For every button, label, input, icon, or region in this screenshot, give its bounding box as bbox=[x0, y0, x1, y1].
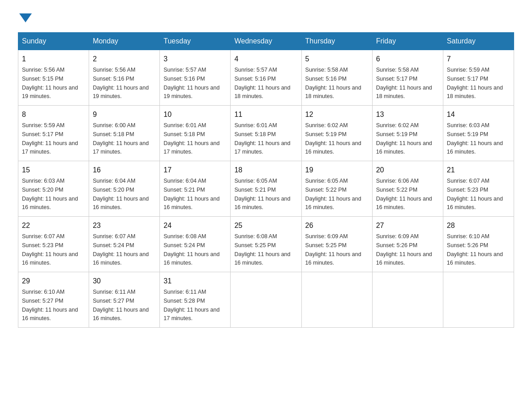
day-number: 17 bbox=[163, 165, 227, 176]
calendar-week-row: 15Sunrise: 6:03 AMSunset: 5:20 PMDayligh… bbox=[18, 161, 514, 217]
day-number: 8 bbox=[22, 109, 85, 120]
calendar-day-cell: 24Sunrise: 6:08 AMSunset: 5:24 PMDayligh… bbox=[160, 217, 231, 272]
day-info: Sunrise: 6:11 AMSunset: 5:27 PMDaylight:… bbox=[93, 289, 149, 321]
day-number: 31 bbox=[163, 276, 227, 287]
day-number: 2 bbox=[93, 54, 156, 64]
day-number: 9 bbox=[93, 109, 156, 120]
day-number: 24 bbox=[163, 220, 227, 231]
calendar-table: SundayMondayTuesdayWednesdayThursdayFrid… bbox=[18, 32, 514, 328]
day-info: Sunrise: 6:09 AMSunset: 5:25 PMDaylight:… bbox=[305, 233, 361, 266]
day-number: 23 bbox=[93, 220, 156, 231]
calendar-week-row: 29Sunrise: 6:10 AMSunset: 5:27 PMDayligh… bbox=[18, 272, 514, 328]
day-info: Sunrise: 6:04 AMSunset: 5:20 PMDaylight:… bbox=[93, 178, 149, 210]
day-number: 29 bbox=[22, 276, 85, 287]
day-number: 30 bbox=[93, 276, 156, 287]
calendar-week-row: 22Sunrise: 6:07 AMSunset: 5:23 PMDayligh… bbox=[18, 217, 514, 272]
calendar-day-cell: 25Sunrise: 6:08 AMSunset: 5:25 PMDayligh… bbox=[231, 217, 301, 272]
day-info: Sunrise: 5:58 AMSunset: 5:17 PMDaylight:… bbox=[376, 67, 432, 99]
col-header-tuesday: Tuesday bbox=[160, 33, 231, 50]
calendar-day-cell: 28Sunrise: 6:10 AMSunset: 5:26 PMDayligh… bbox=[443, 217, 514, 272]
day-number: 15 bbox=[22, 165, 85, 176]
day-number: 3 bbox=[163, 54, 227, 64]
logo-triangle-icon bbox=[19, 13, 32, 22]
calendar-day-cell bbox=[443, 272, 514, 328]
logo bbox=[18, 13, 32, 23]
calendar-day-cell: 4Sunrise: 5:57 AMSunset: 5:16 PMDaylight… bbox=[231, 50, 301, 106]
day-info: Sunrise: 6:07 AMSunset: 5:23 PMDaylight:… bbox=[447, 178, 503, 210]
calendar-day-cell: 15Sunrise: 6:03 AMSunset: 5:20 PMDayligh… bbox=[18, 161, 89, 217]
day-number: 7 bbox=[447, 54, 510, 64]
day-number: 22 bbox=[22, 220, 85, 231]
calendar-day-cell bbox=[372, 272, 443, 328]
day-info: Sunrise: 6:10 AMSunset: 5:26 PMDaylight:… bbox=[447, 233, 503, 266]
calendar-day-cell: 18Sunrise: 6:05 AMSunset: 5:21 PMDayligh… bbox=[231, 161, 301, 217]
calendar-week-row: 1Sunrise: 5:56 AMSunset: 5:15 PMDaylight… bbox=[18, 50, 514, 106]
calendar-day-cell: 19Sunrise: 6:05 AMSunset: 5:22 PMDayligh… bbox=[301, 161, 372, 217]
calendar-day-cell: 30Sunrise: 6:11 AMSunset: 5:27 PMDayligh… bbox=[89, 272, 160, 328]
col-header-friday: Friday bbox=[372, 33, 443, 50]
calendar-day-cell bbox=[301, 272, 372, 328]
day-info: Sunrise: 6:03 AMSunset: 5:19 PMDaylight:… bbox=[447, 122, 503, 155]
day-info: Sunrise: 6:00 AMSunset: 5:18 PMDaylight:… bbox=[93, 122, 149, 155]
day-number: 16 bbox=[93, 165, 156, 176]
calendar-day-cell: 5Sunrise: 5:58 AMSunset: 5:16 PMDaylight… bbox=[301, 50, 372, 106]
calendar-header-row: SundayMondayTuesdayWednesdayThursdayFrid… bbox=[18, 33, 514, 50]
calendar-day-cell: 17Sunrise: 6:04 AMSunset: 5:21 PMDayligh… bbox=[160, 161, 231, 217]
day-number: 13 bbox=[376, 109, 439, 120]
day-info: Sunrise: 6:07 AMSunset: 5:23 PMDaylight:… bbox=[22, 233, 78, 266]
day-number: 10 bbox=[163, 109, 227, 120]
day-info: Sunrise: 6:02 AMSunset: 5:19 PMDaylight:… bbox=[376, 122, 432, 155]
calendar-day-cell: 10Sunrise: 6:01 AMSunset: 5:18 PMDayligh… bbox=[160, 106, 231, 161]
day-info: Sunrise: 6:06 AMSunset: 5:22 PMDaylight:… bbox=[376, 178, 432, 210]
day-info: Sunrise: 5:56 AMSunset: 5:15 PMDaylight:… bbox=[22, 67, 78, 99]
day-number: 20 bbox=[376, 165, 439, 176]
calendar-day-cell: 8Sunrise: 5:59 AMSunset: 5:17 PMDaylight… bbox=[18, 106, 89, 161]
calendar-day-cell: 31Sunrise: 6:11 AMSunset: 5:28 PMDayligh… bbox=[160, 272, 231, 328]
day-info: Sunrise: 5:57 AMSunset: 5:16 PMDaylight:… bbox=[163, 67, 219, 99]
day-info: Sunrise: 6:05 AMSunset: 5:22 PMDaylight:… bbox=[305, 178, 361, 210]
day-number: 19 bbox=[305, 165, 369, 176]
day-info: Sunrise: 6:01 AMSunset: 5:18 PMDaylight:… bbox=[234, 122, 290, 155]
day-info: Sunrise: 6:04 AMSunset: 5:21 PMDaylight:… bbox=[163, 178, 219, 210]
day-number: 26 bbox=[305, 220, 369, 231]
day-number: 14 bbox=[447, 109, 510, 120]
calendar-day-cell: 14Sunrise: 6:03 AMSunset: 5:19 PMDayligh… bbox=[443, 106, 514, 161]
calendar-day-cell: 27Sunrise: 6:09 AMSunset: 5:26 PMDayligh… bbox=[372, 217, 443, 272]
col-header-saturday: Saturday bbox=[443, 33, 514, 50]
calendar-day-cell: 21Sunrise: 6:07 AMSunset: 5:23 PMDayligh… bbox=[443, 161, 514, 217]
calendar-day-cell: 6Sunrise: 5:58 AMSunset: 5:17 PMDaylight… bbox=[372, 50, 443, 106]
day-info: Sunrise: 5:56 AMSunset: 5:16 PMDaylight:… bbox=[93, 67, 149, 99]
calendar-week-row: 8Sunrise: 5:59 AMSunset: 5:17 PMDaylight… bbox=[18, 106, 514, 161]
day-number: 1 bbox=[22, 54, 85, 64]
day-info: Sunrise: 5:59 AMSunset: 5:17 PMDaylight:… bbox=[22, 122, 78, 155]
col-header-sunday: Sunday bbox=[18, 33, 89, 50]
calendar-day-cell: 7Sunrise: 5:59 AMSunset: 5:17 PMDaylight… bbox=[443, 50, 514, 106]
day-info: Sunrise: 5:57 AMSunset: 5:16 PMDaylight:… bbox=[234, 67, 290, 99]
day-info: Sunrise: 6:11 AMSunset: 5:28 PMDaylight:… bbox=[163, 289, 219, 321]
day-info: Sunrise: 5:59 AMSunset: 5:17 PMDaylight:… bbox=[447, 67, 503, 99]
calendar-day-cell: 16Sunrise: 6:04 AMSunset: 5:20 PMDayligh… bbox=[89, 161, 160, 217]
day-info: Sunrise: 6:08 AMSunset: 5:25 PMDaylight:… bbox=[234, 233, 290, 266]
day-number: 4 bbox=[234, 54, 297, 64]
calendar-day-cell: 20Sunrise: 6:06 AMSunset: 5:22 PMDayligh… bbox=[372, 161, 443, 217]
calendar-day-cell: 22Sunrise: 6:07 AMSunset: 5:23 PMDayligh… bbox=[18, 217, 89, 272]
calendar-day-cell bbox=[231, 272, 301, 328]
day-info: Sunrise: 6:09 AMSunset: 5:26 PMDaylight:… bbox=[376, 233, 432, 266]
day-info: Sunrise: 6:07 AMSunset: 5:24 PMDaylight:… bbox=[93, 233, 149, 266]
calendar-day-cell: 9Sunrise: 6:00 AMSunset: 5:18 PMDaylight… bbox=[89, 106, 160, 161]
day-number: 6 bbox=[376, 54, 439, 64]
day-number: 5 bbox=[305, 54, 369, 64]
page-header bbox=[18, 13, 514, 23]
day-number: 18 bbox=[234, 165, 297, 176]
calendar-day-cell: 26Sunrise: 6:09 AMSunset: 5:25 PMDayligh… bbox=[301, 217, 372, 272]
day-info: Sunrise: 6:01 AMSunset: 5:18 PMDaylight:… bbox=[163, 122, 219, 155]
day-number: 21 bbox=[447, 165, 510, 176]
calendar-day-cell: 2Sunrise: 5:56 AMSunset: 5:16 PMDaylight… bbox=[89, 50, 160, 106]
day-info: Sunrise: 5:58 AMSunset: 5:16 PMDaylight:… bbox=[305, 67, 361, 99]
day-number: 11 bbox=[234, 109, 297, 120]
col-header-wednesday: Wednesday bbox=[231, 33, 301, 50]
calendar-day-cell: 1Sunrise: 5:56 AMSunset: 5:15 PMDaylight… bbox=[18, 50, 89, 106]
day-info: Sunrise: 6:05 AMSunset: 5:21 PMDaylight:… bbox=[234, 178, 290, 210]
calendar-day-cell: 11Sunrise: 6:01 AMSunset: 5:18 PMDayligh… bbox=[231, 106, 301, 161]
day-info: Sunrise: 6:02 AMSunset: 5:19 PMDaylight:… bbox=[305, 122, 361, 155]
